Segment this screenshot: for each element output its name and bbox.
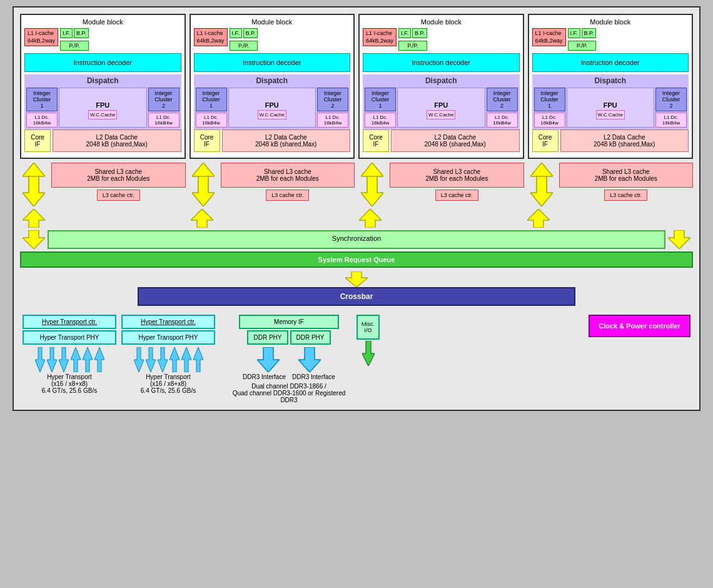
wc-cache-3: W.C.Cache [427,110,455,119]
ht1-arrow-1 [35,347,45,372]
bottom-cache-row-1: W.C.Cache [88,110,117,119]
ht2-phy: Hyper Transport PHY [121,330,215,345]
wc-cache-2: W.C.Cache [258,110,286,119]
l1-icache-1: L1 I-cache64kB,2way [24,28,58,46]
module-top-row-2: L1 I-cache64kB,2way I.F. B.P. P./P. [194,28,351,51]
ht1-block: Hyper Transport ctr. Hyper Transport PHY… [23,315,116,394]
svg-marker-14 [345,271,368,287]
crossbar-section: Crossbar [20,271,693,311]
fpu-label-1: FPU [96,101,109,109]
sync-arrow-3 [359,209,382,228]
memory-if: Memory IF [239,315,339,329]
pp-box-4: P./P. [568,41,597,51]
clusters-fpu-2: IntegerCluster1 L1 Dc.16kB4w FPU W.C.Cac… [196,88,349,128]
if-box-3: I.F. [398,28,411,38]
bi-arrow-3 [361,163,383,206]
ddr-arrow-group-2 [298,347,321,372]
l1dc2-1: L1 Dc.16kB4w [148,113,180,128]
svg-marker-12 [23,230,45,249]
svg-marker-1 [23,176,45,206]
l1dc2-4: L1 Dc.16kB4w [655,113,687,128]
ht2-speed: 6.4 GT/s, 25.6 GB/s [141,387,196,394]
module-title-2: Module block [194,18,351,26]
core-l2-row-2: CoreIF L2 Data Cache2048 kB (shared,Max) [194,129,351,152]
fpu-label-2: FPU [265,101,279,109]
int-cluster1-3: IntegerCluster1 [365,88,396,111]
main-container: Module block L1 I-cache64kB,2way I.F. B.… [13,6,700,411]
sync-bar-row: Synchronization [20,230,693,249]
svg-marker-24 [169,347,180,372]
core-l2-row-1: CoreIF L2 Data Cache2048 kB (shared,Max) [24,129,181,152]
l2-cache-3: L2 Data Cache2048 kB (shared,Max) [391,129,520,152]
int-cluster2-3: IntegerCluster2 [487,88,518,111]
svg-marker-13 [668,230,690,249]
arrow-col-4 [528,163,555,206]
instruction-decoder-3: Instruction decoder [363,53,520,72]
svg-marker-21 [134,347,144,372]
ddr-arrow-group-1 [257,347,280,372]
pp-box-1: P./P. [60,41,89,51]
ddr-desc: Dual channel DDR3-1866 /Quad channel DDR… [226,383,351,403]
ht2-arrow-5 [181,347,191,372]
ddr3-iface-1: DDR3 Interface [243,373,286,380]
bp-box-2: B.P. [243,28,258,38]
clusters-fpu-1: IntegerCluster1 L1 Dc.16kB4w FPU W.C.Cac… [26,88,180,128]
if-box-2: I.F. [230,28,242,38]
ht1-arrows [35,347,104,372]
core-if-4: CoreIF [532,129,559,152]
pp-box-3: P./P. [398,41,427,51]
clock-power-wrapper: Clock & Power controller [589,315,690,337]
svg-marker-20 [94,347,104,372]
ht2-label: Hyper Transport(x16 / x8+x8) [146,373,191,387]
arrow-col-3 [358,163,386,206]
ht2-arrow-1 [134,347,144,372]
l3-shared-2: Shared L3 cache2MB for each Modules [221,163,355,188]
ht1-arrow-2 [47,347,57,372]
modules-row: Module block L1 I-cache64kB,2way I.F. B.… [20,14,693,159]
svg-marker-18 [71,347,81,372]
module-title-1: Module block [24,18,181,26]
l3-ctr-4: L3 cache ctr. [604,190,647,201]
sync-down-arrow-1 [23,230,45,249]
dispatch-label-2: Dispatch [196,76,349,85]
ht1-label: Hyper Transport(x16 / x8+x8) [47,373,92,387]
svg-marker-26 [193,347,203,372]
srq-to-crossbar-arrow [345,271,368,287]
ht1-arrow-5 [83,347,93,372]
int-cluster2-1: IntegerCluster2 [148,88,180,111]
int-cluster2-2: IntegerCluster2 [317,88,348,111]
fpu-1: FPU W.C.Cache [59,88,147,128]
instruction-decoder-2: Instruction decoder [194,53,351,72]
ddr-iface-labels: DDR3 Interface DDR3 Interface [243,373,335,380]
svg-marker-22 [146,347,156,372]
dispatch-label-3: Dispatch [365,76,518,85]
bi-arrow-1 [23,163,45,206]
l1dc1-3: L1 Dc.16kB4w [365,113,396,128]
ht1-speed: 6.4 GT/s, 25.6 GB/s [42,387,97,394]
l3-block-4: Shared L3 cache2MB for each Modules L3 c… [559,163,694,206]
ht2-arrows [134,347,203,372]
ht1-arrow-3 [59,347,69,372]
bp-box-4: B.P. [582,28,597,38]
svg-marker-8 [23,209,45,228]
ht1-ctr: Hyper Transport ctr. [23,315,116,329]
misc-io: Misc.I/O [356,315,380,340]
fpu-2: FPU W.C.Cache [228,88,316,128]
bottom-section: Hyper Transport ctr. Hyper Transport PHY… [20,315,693,403]
ht1-arrow-4 [71,347,81,372]
right-cluster-1: IntegerCluster2 L1 Dc.16kB4w [148,88,180,128]
svg-marker-25 [181,347,191,372]
l3-shared-1: Shared L3 cache2MB for each Modules [51,163,186,188]
svg-marker-16 [47,347,57,372]
arrow-col-1 [20,163,48,206]
bp-box-3: B.P. [412,28,427,38]
ht2-block: Hyper Transport ctr. Hyper Transport PHY… [121,315,215,394]
bp-box-1: B.P. [74,28,89,38]
wc-cache-1: W.C.Cache [88,110,117,119]
sync-down-arrow-2 [668,230,690,249]
module-title-4: Module block [532,18,689,26]
l1-icache-3: L1 I-cache64kB,2way [363,28,397,46]
instruction-decoder-1: Instruction decoder [24,53,181,72]
l3-shared-3: Shared L3 cache2MB for each Modules [390,163,524,188]
ht2-arrow-2 [146,347,156,372]
